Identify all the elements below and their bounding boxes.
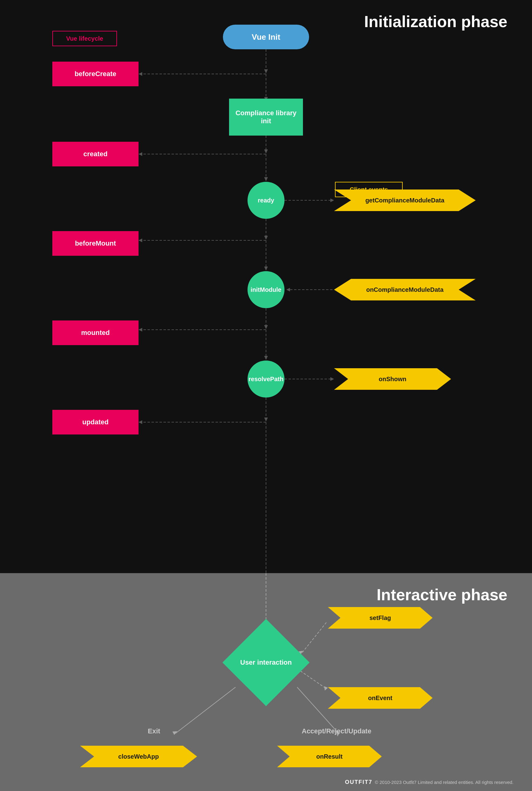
on-compliance-data-node: onComplianceModuleData [334, 279, 476, 300]
svg-marker-1 [264, 69, 268, 73]
svg-line-41 [175, 687, 235, 733]
svg-marker-25 [138, 328, 142, 332]
footer-brand: OUTFIT7 [345, 779, 373, 786]
get-compliance-data-node: getComplianceModuleData [334, 189, 476, 211]
svg-marker-29 [330, 377, 334, 381]
svg-marker-23 [264, 325, 268, 329]
vue-init-node: Vue Init [223, 25, 309, 49]
before-create-node: beforeCreate [52, 62, 138, 86]
svg-marker-27 [264, 356, 268, 360]
svg-marker-31 [264, 418, 268, 422]
svg-marker-40 [324, 686, 328, 691]
vue-lifecycle-label: Vue lifecycle [52, 31, 117, 46]
svg-marker-21 [286, 288, 290, 292]
init-module-node: initModule [248, 271, 284, 308]
svg-marker-9 [138, 152, 142, 156]
on-result-node: onResult [277, 746, 382, 767]
svg-marker-11 [264, 177, 268, 181]
svg-line-43 [297, 687, 339, 733]
created-node: created [52, 142, 138, 166]
svg-line-39 [297, 669, 326, 689]
exit-label: Exit [148, 727, 160, 735]
footer-copyright: © 2010-2023 Outfit7 Limited and related … [375, 779, 514, 785]
svg-marker-13 [330, 199, 334, 202]
svg-marker-3 [138, 72, 142, 76]
svg-marker-33 [138, 420, 142, 424]
svg-marker-42 [172, 731, 177, 735]
before-mount-node: beforeMount [52, 231, 138, 256]
svg-marker-7 [264, 149, 268, 153]
mounted-node: mounted [52, 320, 138, 345]
on-event-node: onEvent [328, 687, 433, 709]
footer: OUTFIT7 © 2010-2023 Outfit7 Limited and … [345, 779, 514, 786]
set-flag-node: setFlag [328, 607, 433, 629]
svg-line-37 [302, 623, 326, 653]
updated-node: updated [52, 410, 138, 435]
svg-marker-17 [138, 239, 142, 242]
close-webapp-node: closeWebApp [80, 746, 197, 767]
svg-marker-15 [264, 236, 268, 240]
interactive-phase-title: Interactive phase [377, 586, 507, 604]
resolve-path-node: resolvePath [248, 361, 284, 398]
initialization-section: Initialization phase [0, 0, 532, 573]
svg-marker-19 [264, 266, 268, 271]
user-interaction-label: User interaction [235, 632, 297, 693]
interactive-section: Interactive phase setFlag User interacti… [0, 573, 532, 791]
on-shown-node: onShown [334, 368, 451, 390]
ready-node: ready [248, 182, 284, 219]
compliance-lib-node: Compliance library init [229, 98, 303, 135]
init-phase-title: Initialization phase [364, 12, 507, 31]
accept-reject-label: Accept/Reject/Update [302, 727, 371, 735]
